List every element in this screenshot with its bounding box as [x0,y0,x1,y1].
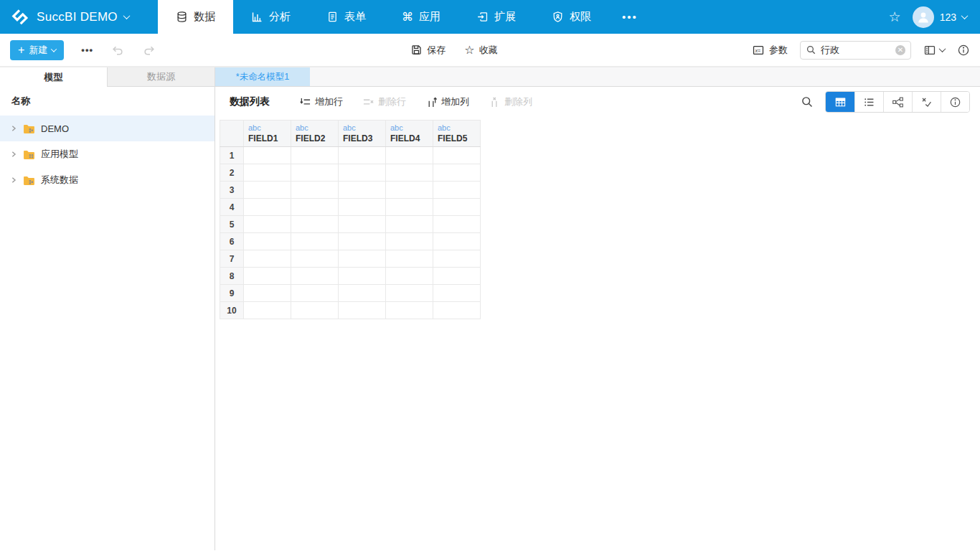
table-cell[interactable] [433,285,481,302]
table-cell[interactable] [339,250,386,268]
table-cell[interactable] [386,199,433,216]
table-cell[interactable] [244,199,291,216]
table-cell[interactable] [244,233,291,250]
table-cell[interactable] [339,164,386,182]
delete-row-button[interactable]: 删除行 [363,95,406,108]
search-input[interactable] [821,44,891,55]
nav-tab-forms[interactable]: 表单 [308,0,384,34]
grid-view-button[interactable] [826,92,854,112]
table-cell[interactable] [244,216,291,233]
nav-more-button[interactable]: ••• [609,0,651,34]
table-cell[interactable] [244,250,291,268]
app-brand[interactable]: SuccBI DEMO [0,0,158,34]
parameters-button[interactable]: x= 参数 [752,44,788,57]
table-cell[interactable] [339,216,386,233]
table-cell[interactable] [291,302,339,319]
add-column-button[interactable]: 增加列 [426,95,469,108]
table-cell[interactable] [244,302,291,319]
table-cell[interactable] [433,199,481,216]
table-cell[interactable] [291,250,339,268]
nav-tab-data[interactable]: 数据 [158,0,233,34]
table-cell[interactable] [433,216,481,233]
tree-item-app-models[interactable]: 应用模型 [0,141,215,167]
table-cell[interactable] [433,147,481,164]
table-cell[interactable] [386,216,433,233]
table-cell[interactable] [433,250,481,268]
tree-item-demo[interactable]: DEMO [0,116,215,141]
table-cell[interactable] [386,285,433,302]
table-cell[interactable] [339,199,386,216]
nav-tab-permissions[interactable]: 权限 [534,0,609,34]
layout-toggle-button[interactable] [923,44,945,57]
chevron-right-icon[interactable] [10,151,17,158]
row-number[interactable]: 8 [220,268,244,285]
table-cell[interactable] [291,285,339,302]
favorite-button[interactable]: ☆ 收藏 [464,44,497,57]
table-cell[interactable] [291,199,339,216]
table-cell[interactable] [291,182,339,199]
table-cell[interactable] [433,302,481,319]
table-cell[interactable] [244,285,291,302]
table-cell[interactable] [244,164,291,182]
column-header[interactable]: abcFIELD5 [433,121,481,147]
nav-tab-apps[interactable]: ⌘ 应用 [384,0,458,34]
row-number[interactable]: 4 [220,199,244,216]
table-cell[interactable] [386,164,433,182]
column-header[interactable]: abcFIELD3 [339,121,386,147]
column-header[interactable]: abcFIELD4 [386,121,433,147]
table-cell[interactable] [386,268,433,285]
table-cell[interactable] [291,147,339,164]
grid-search-icon[interactable] [801,95,814,108]
row-number[interactable]: 6 [220,233,244,250]
table-cell[interactable] [291,268,339,285]
chevron-right-icon[interactable] [10,125,17,132]
delete-column-button[interactable]: 删除列 [489,95,532,108]
undo-button[interactable] [110,43,125,57]
row-number[interactable]: 3 [220,182,244,199]
info-button[interactable] [957,44,970,57]
user-menu[interactable]: 123 [913,6,967,28]
row-number[interactable]: 10 [220,302,244,319]
table-cell[interactable] [244,182,291,199]
table-cell[interactable] [291,164,339,182]
nav-tab-analysis[interactable]: 分析 [233,0,308,34]
save-button[interactable]: 保存 [410,44,446,57]
table-cell[interactable] [386,182,433,199]
table-cell[interactable] [433,164,481,182]
table-cell[interactable] [433,233,481,250]
tab-datasource[interactable]: 数据源 [108,67,215,86]
table-cell[interactable] [433,182,481,199]
table-cell[interactable] [244,268,291,285]
table-cell[interactable] [339,285,386,302]
new-button[interactable]: + 新建 [10,40,64,60]
row-number[interactable]: 9 [220,285,244,302]
validate-button[interactable] [912,92,941,112]
table-cell[interactable] [339,268,386,285]
clear-search-icon[interactable]: ✕ [895,45,905,55]
relation-view-button[interactable] [883,92,912,112]
row-number[interactable]: 2 [220,164,244,182]
list-view-button[interactable] [854,92,883,112]
add-row-button[interactable]: 增加行 [300,95,343,108]
table-cell[interactable] [386,233,433,250]
table-cell[interactable] [339,182,386,199]
more-actions-button[interactable]: ••• [81,44,93,55]
column-header[interactable]: abcFIELD1 [244,121,291,147]
row-number[interactable]: 7 [220,250,244,268]
row-number[interactable]: 1 [220,147,244,164]
favorite-star-icon[interactable]: ☆ [889,10,901,24]
table-cell[interactable] [339,147,386,164]
table-cell[interactable] [339,233,386,250]
grid-info-button[interactable] [941,92,969,112]
table-cell[interactable] [291,216,339,233]
chevron-right-icon[interactable] [10,176,17,184]
redo-button[interactable] [142,43,156,57]
nav-tab-extensions[interactable]: 扩展 [458,0,534,34]
table-cell[interactable] [339,302,386,319]
table-cell[interactable] [291,233,339,250]
tree-item-system-data[interactable]: 系统数据 [0,167,215,193]
table-cell[interactable] [386,302,433,319]
table-cell[interactable] [386,147,433,164]
table-cell[interactable] [433,268,481,285]
table-cell[interactable] [244,147,291,164]
